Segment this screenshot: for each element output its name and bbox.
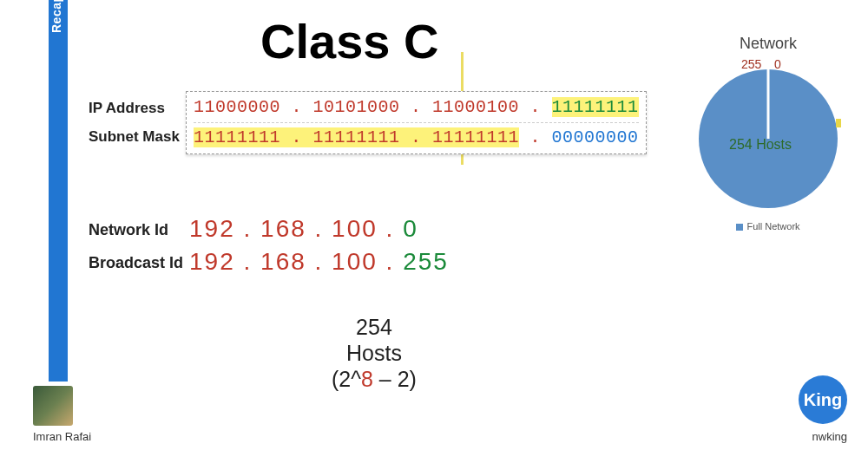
- ip-oct3: 11000100: [432, 97, 519, 117]
- pie-label-255: 255: [741, 57, 761, 71]
- recap-label: Recap: [49, 0, 63, 33]
- presenter-name: Imran Rafai: [33, 430, 91, 443]
- site-name: nwking: [812, 430, 847, 443]
- pie-title: Network: [686, 35, 851, 53]
- subnet-mask-label: Subnet Mask: [89, 128, 180, 146]
- ip-oct2: 10101000: [313, 97, 400, 117]
- avatar: [33, 386, 73, 426]
- svg-rect-2: [836, 119, 841, 127]
- pie-label-0: 0: [774, 57, 781, 71]
- pie-svg: [690, 56, 846, 212]
- network-id-value: 192 . 168 . 100 . 0: [189, 215, 418, 243]
- legend-swatch: [736, 224, 743, 231]
- page-title: Class C: [260, 13, 438, 69]
- network-id-label: Network Id: [89, 221, 168, 239]
- sm-oct2: 11111111: [313, 127, 400, 147]
- subnet-binary-row: 11111111 . 11111111 . 11111111 . 0000000…: [194, 122, 639, 151]
- binary-table: 11000000 . 10101000 . 11000100 . 1111111…: [186, 91, 647, 154]
- pie-chart: Network 255 0 254 Hosts Full Network: [686, 35, 851, 232]
- ip-address-label: IP Address: [89, 100, 165, 117]
- sm-oct3: 11111111: [432, 127, 519, 147]
- hosts-formula: (2^8 – 2): [332, 366, 417, 392]
- sm-oct4: 00000000: [552, 127, 639, 147]
- brand-badge: King: [799, 375, 847, 424]
- hosts-count: 254: [332, 314, 417, 340]
- broadcast-id-value: 192 . 168 . 100 . 255: [189, 248, 449, 276]
- broadcast-id-label: Broadcast Id: [89, 254, 183, 272]
- ip-binary-row: 11000000 . 10101000 . 11000100 . 1111111…: [194, 95, 639, 121]
- pie-legend: Full Network: [686, 221, 851, 232]
- pie-hosts-label: 254 Hosts: [729, 137, 792, 153]
- ip-oct1: 11000000: [194, 97, 280, 117]
- hosts-summary: 254 Hosts (2^8 – 2): [332, 314, 417, 392]
- hosts-word: Hosts: [332, 340, 417, 366]
- ip-oct4: 11111111: [552, 97, 639, 117]
- recap-sidebar: [49, 0, 68, 382]
- sm-oct1: 11111111: [194, 127, 280, 147]
